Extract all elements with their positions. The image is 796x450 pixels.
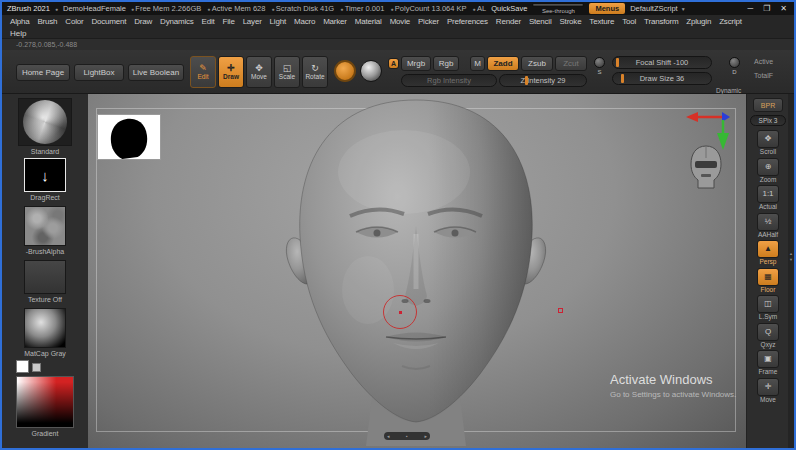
menu-item[interactable]: Color [65,17,83,26]
right-shelf-icon[interactable]: ✥ [757,130,779,148]
menu-item-help[interactable]: Help [10,29,26,38]
texture-thumbnail[interactable] [24,260,66,294]
alpha-thumbnail[interactable] [24,206,66,246]
mrgb-button[interactable]: Mrgb [401,56,431,71]
right-shelf-icon[interactable]: ▦ [757,268,779,286]
menu-item[interactable]: Alpha [10,17,29,26]
divider-down-icon[interactable]: ▼ [789,258,793,262]
rotate-button[interactable]: ↻ Rotate [302,56,328,88]
see-through-track[interactable] [532,3,584,7]
menu-item[interactable]: Marker [323,17,347,26]
right-shelf-button[interactable]: ▦ Floor [757,268,779,294]
menu-item[interactable]: Material [355,17,382,26]
right-shelf-icon[interactable]: 1:1 [757,185,779,203]
secondary-color-swatch[interactable] [32,363,41,372]
move-button[interactable]: ✥ Move [246,56,272,88]
right-shelf-button[interactable]: ▲ Persp [757,240,779,266]
right-shelf-icon[interactable]: ▲ [757,240,779,258]
dial-knob-icon[interactable] [594,57,605,68]
menu-item[interactable]: Brush [37,17,57,26]
menu-item[interactable]: Dynamics [160,17,194,26]
menus-button[interactable]: Menus [589,3,625,14]
close-button[interactable]: ✕ [780,4,787,13]
slider-handle[interactable] [616,58,619,67]
scroll-left-icon[interactable]: ◂ [387,434,390,439]
draw-size-slider[interactable]: Draw Size 36 [612,72,712,85]
rgb-intensity-slider[interactable]: Rgb Intensity [401,74,497,87]
z-intensity-slider[interactable]: Z Intensity 29 [499,74,587,87]
a-badge-button[interactable]: A [388,58,399,69]
right-shelf-icon[interactable]: ◫ [757,295,779,313]
right-shelf-button[interactable]: ◫ L.Sym [757,295,779,321]
menu-item[interactable]: Picker [418,17,439,26]
quicksave-button[interactable]: QuickSave [491,4,527,13]
menu-item[interactable]: Zscript [719,17,742,26]
divider-up-icon[interactable]: ▲ [789,252,793,256]
menu-item[interactable]: Zplugin [686,17,711,26]
zsub-button[interactable]: Zsub [521,56,553,71]
menu-item[interactable]: Edit [202,17,215,26]
menu-item[interactable]: Preferences [447,17,488,26]
zadd-button[interactable]: Zadd [487,56,519,71]
slider-handle[interactable] [621,74,624,83]
menu-item[interactable]: Movie [390,17,410,26]
material-sphere-icon[interactable] [360,60,382,82]
right-shelf-icon[interactable]: ½ [757,213,779,231]
menu-item[interactable]: Stencil [529,17,552,26]
right-shelf-button[interactable]: ⊕ Zoom [757,158,779,184]
right-shelf-button[interactable]: ½ AAHalf [757,213,779,239]
menu-item[interactable]: File [223,17,235,26]
dynamic-toggle[interactable]: Dynamic [716,87,741,94]
m-button[interactable]: M [470,56,485,71]
home-page-button[interactable]: Home Page [16,64,70,81]
see-through-slider[interactable]: See-through [532,3,584,14]
right-shelf-icon[interactable]: ⊕ [757,158,779,176]
maximize-button[interactable]: ❐ [763,4,770,13]
menu-item[interactable]: Layer [243,17,262,26]
focal-shift-slider[interactable]: Focal Shift -100 [612,56,712,69]
material-thumbnail[interactable] [24,308,66,348]
scroll-thumb-icon[interactable]: ▪ [406,434,408,439]
menu-item[interactable]: Document [91,17,126,26]
menu-item[interactable]: Tool [622,17,636,26]
s-dial[interactable]: S [594,57,605,75]
zscript-selector[interactable]: DefaultZScript ▼ [630,4,685,13]
scroll-right-icon[interactable]: ▸ [424,434,427,439]
canvas-scrollbar[interactable]: ◂ ▪ ▸ [384,432,430,440]
right-shelf-icon[interactable]: Q [757,323,779,341]
menu-item[interactable]: Stroke [559,17,581,26]
right-shelf-button[interactable]: ✛ Move [757,378,779,404]
live-boolean-button[interactable]: Live Boolean [128,64,184,81]
brush-thumbnail-standard[interactable] [18,98,72,146]
spix-slider[interactable]: SPix 3 [750,115,786,126]
menu-item[interactable]: Draw [134,17,152,26]
menu-item[interactable]: Macro [294,17,315,26]
menu-item[interactable]: Transform [644,17,678,26]
menu-item[interactable]: Render [496,17,521,26]
d-dial[interactable]: D [729,57,740,75]
rgb-button[interactable]: Rgb [433,56,459,71]
menu-item[interactable]: Texture [589,17,614,26]
scale-button[interactable]: ◱ Scale [274,56,300,88]
right-shelf-icon[interactable]: ✛ [757,378,779,396]
right-shelf-icon[interactable]: ▣ [757,350,779,368]
right-shelf-button[interactable]: Q Qxyz [757,323,779,349]
viewport-canvas[interactable]: Activate Windows Go to Settings to activ… [88,94,746,448]
tray-divider[interactable] [788,94,794,448]
draw-button[interactable]: ✛ Draw [218,56,244,88]
camview-head-icon[interactable] [688,144,724,190]
zcut-button[interactable]: Zcut [555,56,587,71]
tray-divider-arrows[interactable]: ▲ ▼ [788,252,794,262]
slider-handle[interactable] [525,76,528,85]
dial-knob-icon[interactable] [729,57,740,68]
right-shelf-button[interactable]: ✥ Scroll [757,130,779,156]
main-color-swatch[interactable] [16,360,29,373]
menu-item[interactable]: Light [270,17,286,26]
stroke-thumbnail-dragrect[interactable]: ↓ [24,158,66,192]
brush-ring-icon[interactable] [334,60,356,82]
lightbox-button[interactable]: LightBox [74,64,124,81]
edit-button[interactable]: ✎ Edit [190,56,216,88]
right-shelf-button[interactable]: 1:1 Actual [757,185,779,211]
right-shelf-button[interactable]: ▣ Frame [757,350,779,376]
minimize-button[interactable]: ─ [747,4,753,13]
